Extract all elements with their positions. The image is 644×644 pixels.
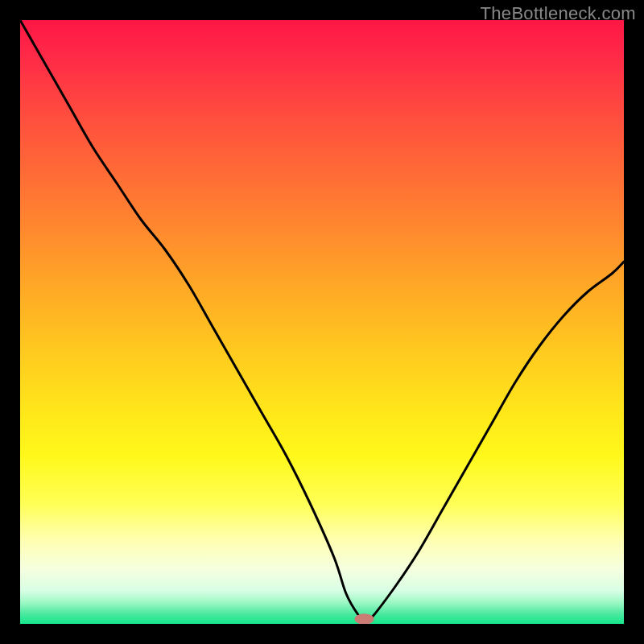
plot-area [20,20,624,624]
watermark-text: TheBottleneck.com [481,3,636,24]
chart-svg [20,20,624,624]
gradient-background [20,20,624,624]
chart-frame: TheBottleneck.com [0,0,644,644]
